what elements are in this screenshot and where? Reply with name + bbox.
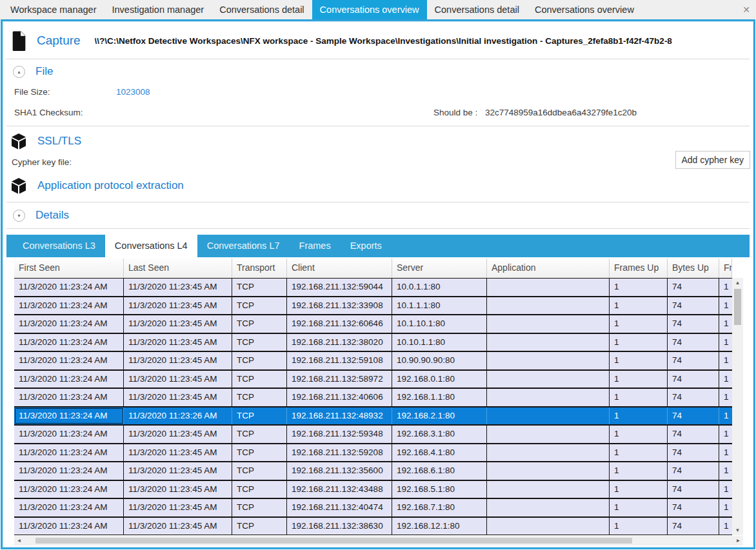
cell-first-seen[interactable]: 11/3/2020 11:23:24 AM (14, 334, 124, 351)
cell-first-seen[interactable]: 11/3/2020 11:23:24 AM (14, 481, 124, 498)
cell-fr[interactable]: 1 (719, 462, 732, 480)
cell-application[interactable] (487, 334, 610, 351)
cell-transport[interactable]: TCP (232, 518, 287, 535)
cell-client[interactable]: 192.168.211.132:60646 (287, 315, 392, 333)
cell-first-seen[interactable]: 11/3/2020 11:23:24 AM (14, 371, 124, 388)
cell-frames-up[interactable]: 1 (610, 315, 668, 333)
table-row[interactable]: 11/3/2020 11:23:24 AM11/3/2020 11:23:45 … (14, 315, 732, 333)
column-header-last-seen[interactable]: Last Seen (124, 259, 232, 278)
cell-bytes-up[interactable]: 74 (668, 444, 719, 462)
table-row[interactable]: 11/3/2020 11:23:24 AM11/3/2020 11:23:45 … (14, 351, 732, 370)
cell-application[interactable] (487, 462, 610, 480)
cell-client[interactable]: 192.168.211.132:43488 (287, 481, 392, 498)
cell-last-seen[interactable]: 11/3/2020 11:23:45 AM (124, 315, 232, 333)
cell-transport[interactable]: TCP (232, 279, 287, 296)
cell-transport[interactable]: TCP (232, 371, 287, 388)
horizontal-scrollbar-thumb[interactable] (35, 538, 632, 544)
cell-server[interactable]: 192.168.5.1:80 (392, 481, 487, 498)
cell-first-seen[interactable]: 11/3/2020 11:23:24 AM (14, 315, 124, 333)
cell-last-seen[interactable]: 11/3/2020 11:23:45 AM (124, 371, 232, 388)
scroll-left-icon[interactable]: ◄ (14, 536, 24, 545)
cell-fr[interactable]: 1 (719, 297, 732, 315)
table-row[interactable]: 11/3/2020 11:23:24 AM11/3/2020 11:23:45 … (14, 480, 732, 499)
table-row[interactable]: 11/3/2020 11:23:24 AM11/3/2020 11:23:45 … (14, 370, 732, 389)
cell-application[interactable] (487, 297, 610, 315)
cell-server[interactable]: 10.90.90.90:80 (392, 352, 487, 369)
cell-client[interactable]: 192.168.211.132:40606 (287, 389, 392, 406)
cell-server[interactable]: 10.1.10.1:80 (392, 315, 487, 333)
cell-client[interactable]: 192.168.211.132:40474 (287, 499, 392, 516)
cell-transport[interactable]: TCP (232, 389, 287, 406)
cell-frames-up[interactable]: 1 (610, 481, 668, 498)
cell-application[interactable] (487, 371, 610, 388)
cell-application[interactable] (487, 408, 610, 425)
column-header-bytes-up[interactable]: Bytes Up (668, 259, 719, 278)
cell-last-seen[interactable]: 11/3/2020 11:23:45 AM (124, 279, 232, 296)
cell-last-seen[interactable]: 11/3/2020 11:23:45 AM (124, 444, 232, 462)
cell-client[interactable]: 192.168.211.132:59044 (287, 279, 392, 296)
cell-application[interactable] (487, 352, 610, 369)
cell-bytes-up[interactable]: 74 (668, 518, 719, 535)
cell-client[interactable]: 192.168.211.132:38020 (287, 334, 392, 351)
cell-last-seen[interactable]: 11/3/2020 11:23:45 AM (124, 389, 232, 406)
window-tab-5[interactable]: Conversations detail (427, 0, 527, 19)
window-tab-4[interactable]: Conversations overview (312, 0, 427, 19)
cell-first-seen[interactable]: 11/3/2020 11:23:24 AM (14, 518, 124, 535)
cell-bytes-up[interactable]: 74 (668, 315, 719, 333)
cell-last-seen[interactable]: 11/3/2020 11:23:45 AM (124, 481, 232, 498)
cell-bytes-up[interactable]: 74 (668, 334, 719, 351)
cell-transport[interactable]: TCP (232, 408, 287, 425)
cell-application[interactable] (487, 315, 610, 333)
subtab-exports[interactable]: Exports (341, 235, 392, 257)
cell-server[interactable]: 192.168.3.1:80 (392, 426, 487, 443)
cell-client[interactable]: 192.168.211.132:38630 (287, 518, 392, 535)
cell-application[interactable] (487, 389, 610, 406)
cell-last-seen[interactable]: 11/3/2020 11:23:26 AM (124, 408, 232, 425)
column-header-application[interactable]: Application (487, 259, 610, 278)
cell-client[interactable]: 192.168.211.132:59108 (287, 352, 392, 369)
cell-application[interactable] (487, 518, 610, 535)
table-row[interactable]: 11/3/2020 11:23:24 AM11/3/2020 11:23:45 … (14, 498, 732, 517)
cell-transport[interactable]: TCP (232, 426, 287, 443)
collapse-file-button[interactable]: ▲ (13, 66, 25, 78)
cell-transport[interactable]: TCP (232, 499, 287, 516)
cell-application[interactable] (487, 426, 610, 443)
cell-frames-up[interactable]: 1 (610, 297, 668, 315)
cell-last-seen[interactable]: 11/3/2020 11:23:45 AM (124, 334, 232, 351)
cell-server[interactable]: 10.1.1.1:80 (392, 297, 487, 315)
cell-bytes-up[interactable]: 74 (668, 371, 719, 388)
cell-transport[interactable]: TCP (232, 334, 287, 351)
cell-bytes-up[interactable]: 74 (668, 499, 719, 516)
cell-frames-up[interactable]: 1 (610, 426, 668, 443)
cell-client[interactable]: 192.168.211.132:59348 (287, 426, 392, 443)
column-header-server[interactable]: Server (392, 259, 487, 278)
scroll-right-icon[interactable]: ► (733, 536, 743, 545)
cell-server[interactable]: 192.168.12.1:80 (392, 518, 487, 535)
cell-frames-up[interactable]: 1 (610, 408, 668, 425)
window-tab-6[interactable]: Conversations overview (527, 0, 642, 19)
cell-bytes-up[interactable]: 74 (668, 481, 719, 498)
subtab-conversations-l7[interactable]: Conversations L7 (197, 235, 290, 257)
cell-fr[interactable]: 1 (719, 518, 732, 535)
close-icon[interactable]: ✕ (737, 0, 756, 19)
table-row[interactable]: 11/3/2020 11:23:24 AM11/3/2020 11:23:45 … (14, 278, 732, 297)
subtab-frames[interactable]: Frames (290, 235, 341, 257)
cell-server[interactable]: 192.168.6.1:80 (392, 462, 487, 480)
cell-client[interactable]: 192.168.211.132:59208 (287, 444, 392, 462)
cell-bytes-up[interactable]: 74 (668, 426, 719, 443)
cell-application[interactable] (487, 481, 610, 498)
scroll-up-icon[interactable]: ▲ (732, 278, 743, 288)
table-row[interactable]: 11/3/2020 11:23:24 AM11/3/2020 11:23:45 … (14, 425, 732, 444)
cell-server[interactable]: 192.168.2.1:80 (392, 408, 487, 425)
cell-fr[interactable]: 1 (719, 408, 732, 425)
cell-first-seen[interactable]: 11/3/2020 11:23:24 AM (14, 444, 124, 462)
cell-last-seen[interactable]: 11/3/2020 11:23:45 AM (124, 462, 232, 480)
cell-fr[interactable]: 1 (719, 444, 732, 462)
cell-transport[interactable]: TCP (232, 315, 287, 333)
window-tab-1[interactable]: Workspace manager (3, 0, 104, 19)
cell-client[interactable]: 192.168.211.132:35600 (287, 462, 392, 480)
column-header-transport[interactable]: Transport (232, 259, 287, 278)
table-row[interactable]: 11/3/2020 11:23:24 AM11/3/2020 11:23:45 … (14, 297, 732, 315)
cell-transport[interactable]: TCP (232, 297, 287, 315)
column-header-first-seen[interactable]: First Seen (14, 259, 124, 278)
